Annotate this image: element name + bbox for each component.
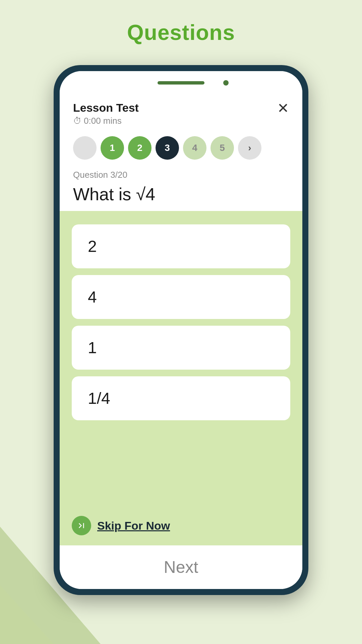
progress-dot-5[interactable]: 5 [210, 136, 234, 160]
lesson-title-block: Lesson Test ⏱ 0:00 mins [73, 101, 139, 126]
skip-icon-button[interactable] [72, 516, 91, 535]
question-count: Question 3/20 [73, 170, 289, 180]
answer-option-4[interactable]: 1/4 [72, 376, 290, 420]
lesson-timer: ⏱ 0:00 mins [73, 116, 139, 126]
phone-screen: Lesson Test ⏱ 0:00 mins ✕ 1 2 3 4 5 › Qu… [60, 71, 302, 589]
answers-area: 2 4 1 1/4 [60, 211, 302, 509]
progress-dot-0[interactable] [73, 136, 97, 160]
lesson-title: Lesson Test [73, 101, 139, 114]
answer-option-3[interactable]: 1 [72, 326, 290, 370]
next-button[interactable]: Next [164, 557, 198, 577]
clock-icon: ⏱ [73, 116, 82, 126]
skip-area: Skip For Now [60, 509, 302, 545]
progress-dot-4[interactable]: 4 [183, 136, 206, 160]
question-area: Question 3/20 What is √4 [60, 166, 302, 211]
progress-dot-3[interactable]: 3 [156, 136, 179, 160]
fast-forward-icon [76, 521, 86, 531]
timer-value: 0:00 mins [84, 116, 122, 126]
progress-dots: 1 2 3 4 5 › [60, 129, 302, 166]
notch-pill [158, 81, 204, 85]
close-button[interactable]: ✕ [277, 101, 289, 115]
page-title: Questions [127, 20, 235, 45]
progress-dot-2[interactable]: 2 [128, 136, 152, 160]
next-bar: Next [60, 545, 302, 589]
question-text: What is √4 [73, 184, 289, 204]
progress-dot-1[interactable]: 1 [101, 136, 124, 160]
progress-dot-next[interactable]: › [238, 136, 261, 160]
notch-dot [223, 80, 229, 86]
answer-option-2[interactable]: 4 [72, 275, 290, 319]
lesson-header: Lesson Test ⏱ 0:00 mins ✕ [60, 95, 302, 129]
phone-frame: Lesson Test ⏱ 0:00 mins ✕ 1 2 3 4 5 › Qu… [54, 65, 308, 595]
skip-for-now-button[interactable]: Skip For Now [97, 519, 170, 532]
answer-option-1[interactable]: 2 [72, 224, 290, 268]
status-bar [60, 71, 302, 95]
